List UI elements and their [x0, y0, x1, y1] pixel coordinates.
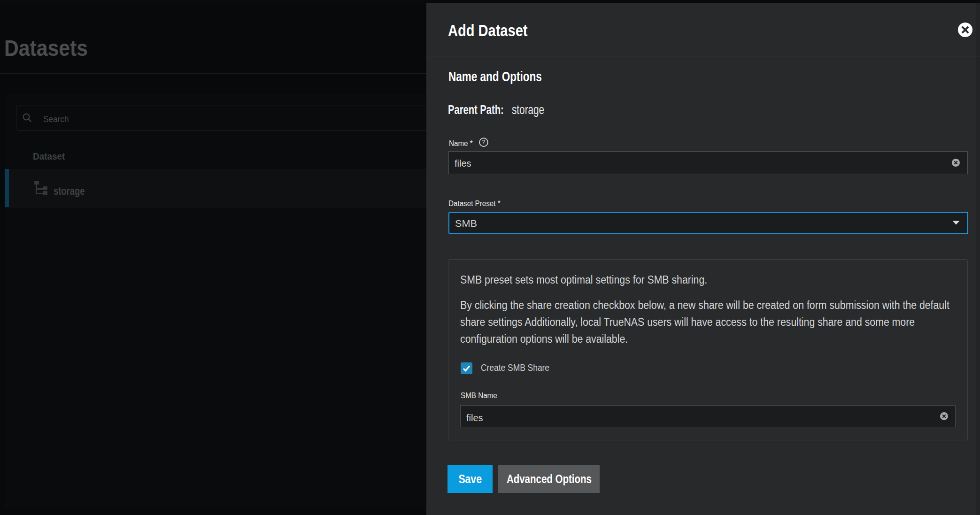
svg-text:?: ?	[482, 139, 486, 146]
